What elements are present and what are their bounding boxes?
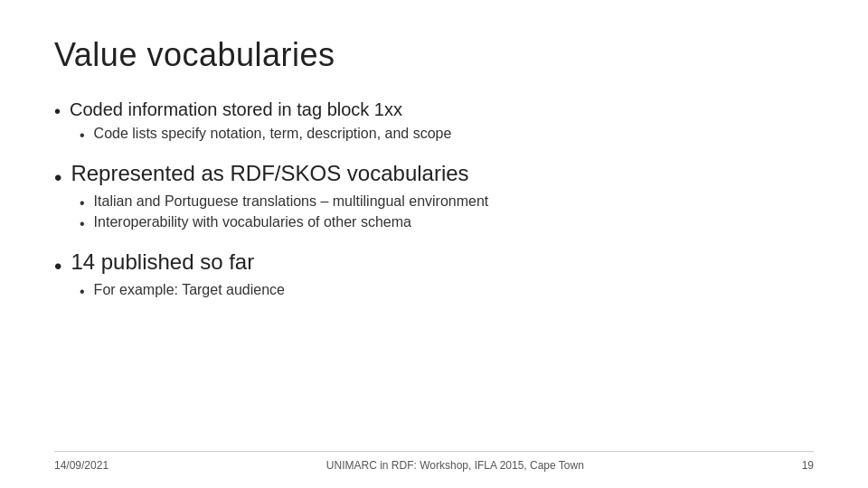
footer-page: 19 xyxy=(802,459,814,472)
section-1: • Coded information stored in tag block … xyxy=(54,99,814,146)
sub-bullet-dot-1-1: • xyxy=(80,127,85,144)
footer-date: 14/09/2021 xyxy=(54,459,108,472)
bullet-1-text: Coded information stored in tag block 1x… xyxy=(70,99,402,120)
sub-bullet-3-1-text: For example: Target audience xyxy=(94,282,285,298)
bullet-dot-3: • xyxy=(54,254,61,279)
bullet-2-text: Represented as RDF/SKOS vocabularies xyxy=(71,161,468,186)
sub-bullet-1-1-text: Code lists specify notation, term, descr… xyxy=(94,126,452,142)
slide-title: Value vocabularies xyxy=(54,36,814,74)
bullet-2: • Represented as RDF/SKOS vocabularies xyxy=(54,161,814,191)
sub-bullet-2-1: • Italian and Portuguese translations – … xyxy=(80,193,814,211)
slide: Value vocabularies • Coded information s… xyxy=(0,0,868,488)
sub-bullet-3-1: • For example: Target audience xyxy=(80,282,814,300)
section-3: • 14 published so far • For example: Tar… xyxy=(54,249,814,303)
bullet-dot-1: • xyxy=(54,101,61,122)
sub-bullet-2-2-text: Interoperability with vocabularies of ot… xyxy=(94,214,411,230)
footer-center: UNIMARC in RDF: Workshop, IFLA 2015, Cap… xyxy=(326,459,584,472)
sub-bullet-2-2: • Interoperability with vocabularies of … xyxy=(80,214,814,232)
sub-bullet-dot-3-1: • xyxy=(80,284,85,300)
section-2: • Represented as RDF/SKOS vocabularies •… xyxy=(54,161,814,235)
bullet-3: • 14 published so far xyxy=(54,249,814,279)
slide-footer: 14/09/2021 UNIMARC in RDF: Workshop, IFL… xyxy=(54,451,814,472)
bullet-3-text: 14 published so far xyxy=(71,249,254,275)
slide-content: • Coded information stored in tag block … xyxy=(54,99,814,443)
sub-bullet-dot-2-2: • xyxy=(80,216,85,232)
bullet-1: • Coded information stored in tag block … xyxy=(54,99,814,122)
sub-bullet-1-1: • Code lists specify notation, term, des… xyxy=(80,126,814,144)
bullet-dot-2: • xyxy=(54,165,61,191)
sub-bullet-dot-2-1: • xyxy=(80,195,85,211)
sub-bullet-2-1-text: Italian and Portuguese translations – mu… xyxy=(94,193,489,210)
